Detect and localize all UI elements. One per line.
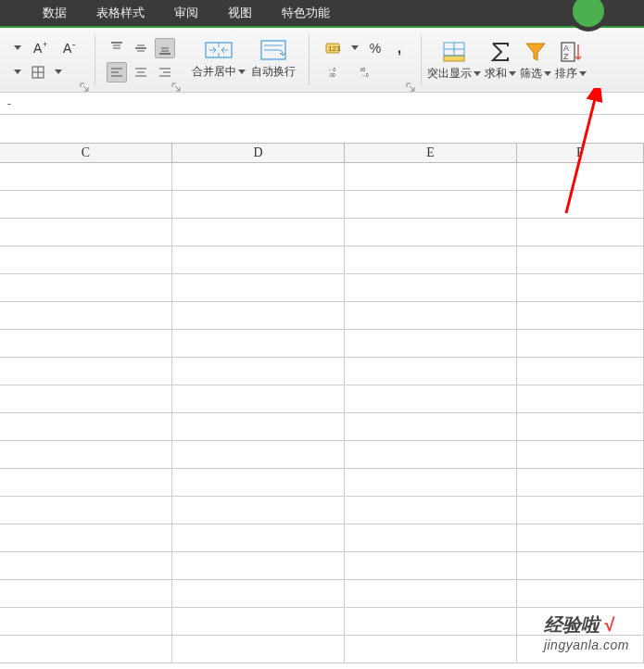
decrease-decimal-button[interactable]: .00→.0 [352,62,380,82]
cell[interactable] [517,552,644,580]
cell[interactable] [172,330,345,358]
cell[interactable] [0,274,172,302]
cell[interactable] [0,636,172,663]
cell[interactable] [172,191,345,219]
borders-dropdown-arrow[interactable] [52,62,65,82]
percent-button[interactable]: % [365,38,385,58]
cell[interactable] [172,552,345,580]
cell[interactable] [517,274,644,302]
borders-button[interactable] [28,62,48,82]
cell[interactable] [0,163,172,191]
decrease-font-button[interactable]: A- [57,38,83,58]
cell[interactable] [517,469,644,497]
cell[interactable] [345,385,517,413]
cell[interactable] [517,608,644,636]
cell[interactable] [172,385,345,413]
comma-button[interactable]: , [389,38,410,58]
cell[interactable] [345,636,517,663]
cell[interactable] [172,246,345,274]
cell[interactable] [345,441,517,469]
cell[interactable] [517,441,644,469]
cell[interactable] [172,219,345,246]
cell[interactable] [345,497,517,524]
cell[interactable] [0,552,172,580]
font-group-launcher[interactable] [80,82,89,91]
menu-item-review[interactable]: 审阅 [159,0,213,26]
cell[interactable] [345,469,517,497]
cell[interactable] [0,191,172,219]
align-middle-button[interactable] [131,38,151,58]
cell[interactable] [345,358,517,385]
cell[interactable] [517,358,644,385]
menu-item-data[interactable]: 数据 [28,0,82,26]
cell[interactable] [0,385,172,413]
increase-font-button[interactable]: A+ [28,38,54,58]
menu-item-view[interactable]: 视图 [213,0,267,26]
cell[interactable] [0,524,172,552]
formula-bar[interactable]: - [0,93,644,115]
cell[interactable] [517,163,644,191]
font-size-dropdown[interactable] [11,38,24,58]
auto-wrap-button[interactable]: 自动换行 [249,28,297,87]
number-group-launcher[interactable] [406,82,415,91]
cell[interactable] [0,469,172,497]
cell[interactable] [345,274,517,302]
menu-item-table-style[interactable]: 表格样式 [82,0,159,26]
cell[interactable] [517,524,644,552]
cell[interactable] [172,358,345,385]
cell[interactable] [172,163,345,191]
cell[interactable] [172,580,345,608]
column-header-c[interactable]: C [0,143,172,163]
cell[interactable] [172,413,345,441]
cell[interactable] [345,330,517,358]
cell[interactable] [517,246,644,274]
cell[interactable] [172,302,345,330]
column-header-e[interactable]: E [345,143,517,163]
align-center-button[interactable] [131,62,151,82]
cell[interactable] [172,636,345,663]
cell[interactable] [0,608,172,636]
cell[interactable] [517,219,644,246]
cell[interactable] [345,580,517,608]
cell[interactable] [345,524,517,552]
cell[interactable] [172,497,345,524]
align-left-button[interactable] [107,62,127,82]
cell[interactable] [517,385,644,413]
cell[interactable] [172,441,345,469]
cell[interactable] [172,469,345,497]
border-dropdown[interactable] [11,62,24,82]
column-header-d[interactable]: D [172,143,345,163]
cell[interactable] [0,302,172,330]
alignment-group-launcher[interactable] [171,82,181,91]
cell[interactable] [345,413,517,441]
currency-button[interactable]: 123 [321,38,345,58]
cell[interactable] [0,330,172,358]
cell[interactable] [517,191,644,219]
cell[interactable] [517,413,644,441]
cell[interactable] [0,413,172,441]
cell[interactable] [345,552,517,580]
cell[interactable] [172,274,345,302]
cell[interactable] [0,497,172,524]
cell[interactable] [517,580,644,608]
cell[interactable] [0,580,172,608]
sum-button[interactable]: 求和 [483,31,518,90]
cell[interactable] [345,302,517,330]
cell[interactable] [0,246,172,274]
cell[interactable] [345,246,517,274]
cell[interactable] [0,358,172,385]
column-header-f[interactable]: F [517,143,644,163]
cell[interactable] [345,191,517,219]
cell[interactable] [517,302,644,330]
cell[interactable] [345,163,517,191]
cell[interactable] [517,330,644,358]
merge-center-button[interactable]: 合并居中 [190,28,247,87]
cell[interactable] [345,219,517,246]
cell[interactable] [0,441,172,469]
align-top-button[interactable] [107,38,127,58]
menu-item-features[interactable]: 特色功能 [267,0,345,26]
align-bottom-button[interactable] [155,38,175,58]
cell[interactable] [517,636,644,663]
cell[interactable] [172,608,345,636]
cell[interactable] [345,608,517,636]
